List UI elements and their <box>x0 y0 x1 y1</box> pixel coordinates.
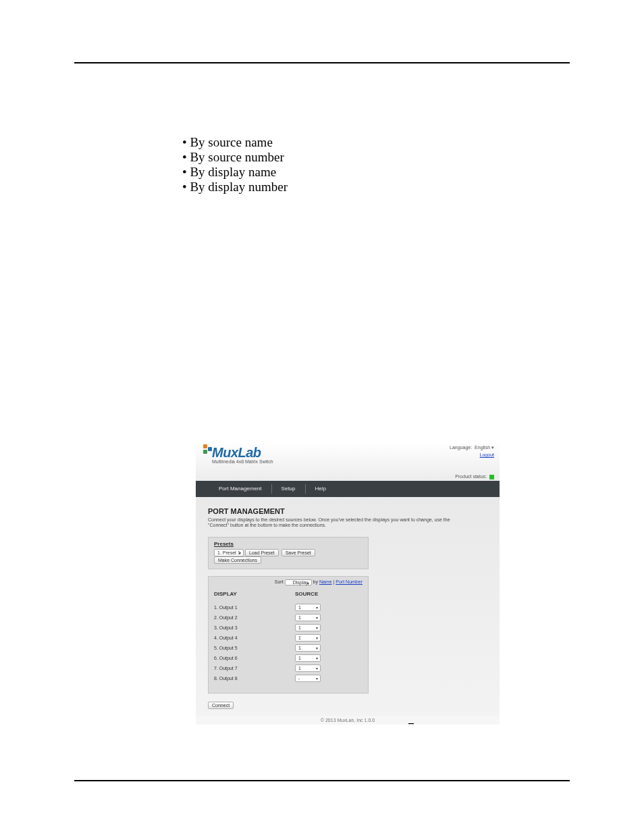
connect-button-row: Connect <box>208 702 487 709</box>
table: DISPLAY SOURCE 1. Output 1 1 2. Output 2… <box>214 591 363 683</box>
table-row: 6. Output 6 1 <box>214 653 363 663</box>
presets-title: Presets <box>214 541 363 547</box>
table-row: 4. Output 4 1 <box>214 633 363 643</box>
page-title: PORT MANAGEMENT <box>208 507 487 515</box>
nav-port-management[interactable]: Port Management <box>209 484 272 494</box>
status-indicator-icon <box>489 475 494 479</box>
display-cell: 8. Output 8 <box>214 676 295 681</box>
load-preset-button[interactable]: Load Preset <box>245 549 279 556</box>
display-cell: 5. Output 5 <box>214 646 295 650</box>
display-cell: 6. Output 6 <box>214 656 295 660</box>
page-description: Connect your displays to the desired sou… <box>208 517 471 529</box>
display-cell: 4. Output 4 <box>214 635 295 640</box>
preset-select[interactable]: 1. Preset 1 <box>214 549 244 556</box>
source-select[interactable]: - <box>295 675 321 682</box>
logo-subtitle: Multimedia 4x8 Matrix Switch <box>212 459 282 464</box>
source-select[interactable]: 1 <box>295 654 321 662</box>
logout-link[interactable]: Logout <box>480 452 494 457</box>
main-panel: PORT MANAGEMENT Connect your displays to… <box>196 497 500 716</box>
sort-controls: Sort Display by Name | Port Number <box>214 579 363 585</box>
nav-setup[interactable]: Setup <box>272 484 306 494</box>
source-select[interactable]: 1 <box>295 664 321 672</box>
language-label: Language: <box>450 445 472 450</box>
column-header-display: DISPLAY <box>214 591 295 597</box>
table-row: 1. Output 1 1 <box>214 602 363 613</box>
language-select[interactable]: English ▾ <box>475 445 494 450</box>
nav-help[interactable]: Help <box>306 484 336 494</box>
display-cell: 3. Output 3 <box>214 625 295 630</box>
display-cell: 7. Output 7 <box>214 666 295 671</box>
make-connections-button[interactable]: Make Connections <box>214 556 261 564</box>
brand-logo: MuxLab Multimedia 4x8 Matrix Switch <box>201 445 282 464</box>
list-item: By display name <box>182 165 570 180</box>
sort-select[interactable]: Display <box>285 579 312 585</box>
list-item: By source number <box>182 150 570 165</box>
source-select[interactable]: 1 <box>295 614 321 621</box>
table-row: 2. Output 2 1 <box>214 613 363 623</box>
sort-port-link[interactable]: Port Number <box>336 579 363 584</box>
save-preset-button[interactable]: Save Preset <box>281 549 315 556</box>
sort-label: Sort <box>275 579 284 584</box>
column-header-source: SOURCE <box>295 591 363 597</box>
list-item: By source name <box>182 135 570 150</box>
source-select[interactable]: 1 <box>295 604 321 611</box>
port-table: Sort Display by Name | Port Number DISPL… <box>208 576 369 694</box>
list-item: By display number <box>182 180 570 194</box>
status-label: Product status: <box>455 474 487 479</box>
figure-dash: – <box>408 717 414 729</box>
table-row: 5. Output 5 1 <box>214 643 363 653</box>
language-row: Language: English ▾ <box>450 445 494 450</box>
sort-by-label: by <box>313 579 318 584</box>
bottom-horizontal-rule <box>74 780 570 781</box>
chevron-down-icon: ▾ <box>491 445 494 450</box>
app-screenshot: Language: English ▾ Logout Product statu… <box>196 442 500 709</box>
nav-bar: Port Management Setup Help <box>196 481 500 497</box>
bullet-list: By source name By source number By displ… <box>182 135 570 194</box>
sort-name-link[interactable]: Name <box>319 579 332 584</box>
display-cell: 2. Output 2 <box>214 615 295 620</box>
logo-text: MuxLab <box>212 445 282 461</box>
display-cell: 1. Output 1 <box>214 605 295 610</box>
presets-box: Presets 1. Preset 1 Load Preset Save Pre… <box>208 537 369 569</box>
top-horizontal-rule <box>74 62 570 63</box>
app-footer: © 2013 MuxLab, Inc 1.0.0 <box>196 716 500 725</box>
product-status: Product status: <box>455 474 494 479</box>
source-select[interactable]: 1 <box>295 634 321 642</box>
connect-button[interactable]: Connect <box>208 702 234 709</box>
table-row: 3. Output 3 1 <box>214 623 363 633</box>
table-row: 8. Output 8 - <box>214 673 363 683</box>
app-header: Language: English ▾ Logout Product statu… <box>196 442 500 481</box>
source-select[interactable]: 1 <box>295 624 321 631</box>
logo-icon <box>203 444 215 454</box>
table-header: DISPLAY SOURCE <box>214 591 363 597</box>
language-value: English <box>475 445 490 450</box>
table-row: 7. Output 7 1 <box>214 663 363 673</box>
source-select[interactable]: 1 <box>295 644 321 652</box>
